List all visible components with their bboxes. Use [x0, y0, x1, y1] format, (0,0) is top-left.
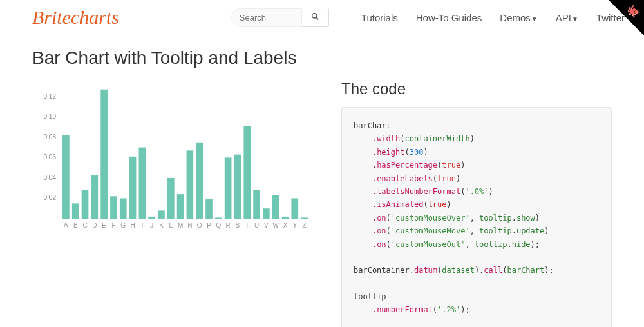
bar[interactable]	[205, 199, 213, 219]
bar[interactable]	[100, 90, 108, 219]
bar[interactable]	[82, 190, 89, 219]
bar[interactable]	[148, 217, 155, 219]
svg-text:M: M	[178, 222, 183, 229]
bar[interactable]	[187, 150, 194, 219]
svg-text:0.10: 0.10	[44, 113, 57, 120]
bar[interactable]	[301, 217, 308, 219]
bar[interactable]	[263, 208, 270, 219]
svg-text:Z: Z	[303, 222, 307, 229]
svg-point-0	[312, 14, 316, 18]
chevron-down-icon: ▼	[572, 15, 578, 23]
nav-api[interactable]: API▼	[556, 12, 578, 23]
svg-text:0.02: 0.02	[44, 194, 57, 201]
svg-text:I: I	[141, 222, 143, 229]
bar-chart[interactable]: 0.020.040.060.080.100.12ABCDEFGHIJKLMNOP…	[32, 80, 316, 235]
svg-text:O: O	[197, 222, 202, 229]
search-button[interactable]	[302, 8, 329, 27]
page-title: Bar Chart with Tooltip and Labels	[32, 48, 612, 68]
svg-text:A: A	[64, 222, 68, 229]
bar[interactable]	[282, 217, 289, 219]
bar[interactable]	[129, 157, 137, 219]
nav-demos[interactable]: Demos▼	[500, 12, 537, 23]
bar[interactable]	[253, 190, 260, 219]
bar[interactable]	[225, 157, 232, 219]
svg-text:U: U	[254, 222, 259, 229]
svg-text:W: W	[272, 222, 279, 229]
search-input[interactable]	[231, 8, 302, 27]
nav-links: Tutorials How-To Guides Demos▼ API▼ Twit…	[361, 12, 625, 23]
svg-text:0.06: 0.06	[44, 154, 57, 161]
code-block: barChart .width(containerWidth) .height(…	[341, 107, 612, 327]
chart-column: 0.020.040.060.080.100.12ABCDEFGHIJKLMNOP…	[32, 80, 316, 327]
code-column: The code barChart .width(containerWidth)…	[341, 80, 612, 327]
bar[interactable]	[62, 135, 70, 219]
svg-text:B: B	[73, 222, 78, 229]
svg-line-1	[316, 17, 318, 19]
bar[interactable]	[139, 148, 146, 219]
svg-text:N: N	[187, 222, 192, 229]
svg-text:G: G	[120, 222, 126, 229]
bar[interactable]	[272, 195, 279, 219]
svg-text:X: X	[283, 222, 288, 229]
chevron-down-icon: ▼	[531, 15, 538, 23]
svg-text:E: E	[102, 222, 106, 229]
svg-text:P: P	[207, 222, 211, 229]
svg-text:T: T	[245, 222, 249, 229]
svg-text:0.12: 0.12	[44, 93, 57, 100]
nav-howto[interactable]: How-To Guides	[416, 12, 482, 23]
bar[interactable]	[158, 210, 165, 219]
bar[interactable]	[234, 155, 242, 219]
svg-text:J: J	[150, 222, 153, 229]
svg-text:Y: Y	[292, 222, 297, 229]
bar[interactable]	[167, 178, 175, 219]
svg-text:F: F	[111, 222, 115, 229]
svg-text:0.04: 0.04	[44, 174, 57, 181]
svg-text:0.08: 0.08	[44, 134, 57, 141]
svg-text:Q: Q	[216, 222, 221, 229]
main-content: Bar Chart with Tooltip and Labels 0.020.…	[0, 35, 644, 327]
bar[interactable]	[110, 196, 117, 219]
svg-text:C: C	[82, 222, 87, 229]
bar[interactable]	[196, 143, 203, 219]
navbar: Britecharts Tutorials How-To Guides Demo…	[0, 0, 644, 35]
search-icon	[311, 13, 319, 23]
bar[interactable]	[243, 126, 251, 219]
svg-text:H: H	[130, 222, 135, 229]
svg-text:S: S	[236, 222, 240, 229]
bar[interactable]	[291, 198, 298, 219]
svg-text:R: R	[226, 222, 231, 229]
bar[interactable]	[177, 194, 184, 219]
nav-tutorials[interactable]: Tutorials	[361, 12, 398, 23]
brand-logo[interactable]: Britecharts	[32, 6, 119, 28]
bar[interactable]	[72, 203, 79, 219]
svg-text:D: D	[92, 222, 97, 229]
bar[interactable]	[215, 217, 222, 219]
bar[interactable]	[120, 198, 127, 219]
bar[interactable]	[91, 175, 98, 219]
search-form	[231, 8, 329, 27]
svg-text:K: K	[159, 222, 164, 229]
code-title: The code	[341, 80, 612, 98]
svg-text:L: L	[169, 222, 173, 229]
github-corner[interactable]	[609, 0, 644, 35]
svg-text:V: V	[264, 222, 269, 229]
